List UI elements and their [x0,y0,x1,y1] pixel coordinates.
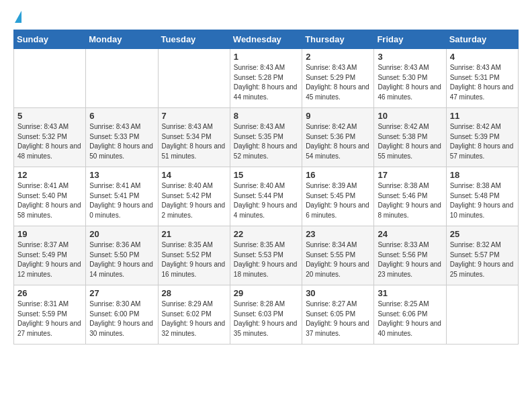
day-number: 31 [378,288,442,298]
col-header-sunday: Sunday [14,30,86,49]
day-info: Sunrise: 8:43 AMSunset: 5:33 PMDaylight:… [89,122,154,161]
calendar-cell: 12Sunrise: 8:41 AMSunset: 5:40 PMDayligh… [14,167,86,226]
calendar-cell: 5Sunrise: 8:43 AMSunset: 5:32 PMDaylight… [14,108,86,167]
day-number: 14 [162,170,226,180]
day-number: 23 [306,229,370,239]
day-number: 19 [17,229,82,239]
col-header-friday: Friday [374,30,446,49]
calendar-cell [446,285,518,345]
day-info: Sunrise: 8:42 AMSunset: 5:39 PMDaylight:… [450,122,515,161]
day-number: 20 [89,229,154,239]
calendar-header-row: SundayMondayTuesdayWednesdayThursdayFrid… [14,30,519,49]
calendar-cell: 8Sunrise: 8:43 AMSunset: 5:35 PMDaylight… [230,108,302,167]
col-header-thursday: Thursday [302,30,374,49]
calendar-cell [158,49,230,108]
calendar-cell: 29Sunrise: 8:28 AMSunset: 6:03 PMDayligh… [230,285,302,345]
calendar-table: SundayMondayTuesdayWednesdayThursdayFrid… [13,30,519,345]
day-info: Sunrise: 8:42 AMSunset: 5:36 PMDaylight:… [306,122,370,161]
logo [13,11,21,23]
day-info: Sunrise: 8:37 AMSunset: 5:49 PMDaylight:… [17,240,82,279]
calendar-cell: 21Sunrise: 8:35 AMSunset: 5:52 PMDayligh… [158,226,230,285]
day-info: Sunrise: 8:25 AMSunset: 6:06 PMDaylight:… [378,300,442,338]
day-info: Sunrise: 8:35 AMSunset: 5:52 PMDaylight:… [162,240,226,279]
day-number: 29 [234,288,298,298]
day-info: Sunrise: 8:40 AMSunset: 5:42 PMDaylight:… [162,181,226,220]
day-info: Sunrise: 8:35 AMSunset: 5:53 PMDaylight:… [234,240,298,279]
calendar-cell: 25Sunrise: 8:32 AMSunset: 5:57 PMDayligh… [446,226,518,285]
day-number: 17 [378,170,442,180]
day-info: Sunrise: 8:33 AMSunset: 5:56 PMDaylight:… [378,240,442,279]
day-info: Sunrise: 8:43 AMSunset: 5:28 PMDaylight:… [234,63,298,102]
calendar-cell: 4Sunrise: 8:43 AMSunset: 5:31 PMDaylight… [446,49,518,108]
calendar-cell: 1Sunrise: 8:43 AMSunset: 5:28 PMDaylight… [230,49,302,108]
calendar-cell: 3Sunrise: 8:43 AMSunset: 5:30 PMDaylight… [374,49,446,108]
day-info: Sunrise: 8:38 AMSunset: 5:46 PMDaylight:… [378,181,442,220]
header [13,11,519,23]
calendar-cell: 10Sunrise: 8:42 AMSunset: 5:38 PMDayligh… [374,108,446,167]
calendar-cell: 15Sunrise: 8:40 AMSunset: 5:44 PMDayligh… [230,167,302,226]
week-row-2: 5Sunrise: 8:43 AMSunset: 5:32 PMDaylight… [14,108,519,167]
day-info: Sunrise: 8:42 AMSunset: 5:38 PMDaylight:… [378,122,442,161]
day-info: Sunrise: 8:38 AMSunset: 5:48 PMDaylight:… [450,181,515,220]
day-number: 24 [378,229,442,239]
day-info: Sunrise: 8:41 AMSunset: 5:41 PMDaylight:… [89,181,154,220]
calendar-cell: 7Sunrise: 8:43 AMSunset: 5:34 PMDaylight… [158,108,230,167]
col-header-monday: Monday [86,30,158,49]
day-number: 30 [306,288,370,298]
day-info: Sunrise: 8:34 AMSunset: 5:55 PMDaylight:… [306,240,370,279]
calendar-cell: 31Sunrise: 8:25 AMSunset: 6:06 PMDayligh… [374,285,446,345]
calendar-cell: 9Sunrise: 8:42 AMSunset: 5:36 PMDaylight… [302,108,374,167]
calendar-cell: 19Sunrise: 8:37 AMSunset: 5:49 PMDayligh… [14,226,86,285]
week-row-4: 19Sunrise: 8:37 AMSunset: 5:49 PMDayligh… [14,226,519,285]
day-number: 22 [234,229,298,239]
calendar-cell: 30Sunrise: 8:27 AMSunset: 6:05 PMDayligh… [302,285,374,345]
day-info: Sunrise: 8:27 AMSunset: 6:05 PMDaylight:… [306,300,370,338]
calendar-cell: 17Sunrise: 8:38 AMSunset: 5:46 PMDayligh… [374,167,446,226]
day-number: 4 [450,52,515,62]
day-number: 8 [234,111,298,121]
calendar-cell: 14Sunrise: 8:40 AMSunset: 5:42 PMDayligh… [158,167,230,226]
week-row-3: 12Sunrise: 8:41 AMSunset: 5:40 PMDayligh… [14,167,519,226]
calendar-cell: 27Sunrise: 8:30 AMSunset: 6:00 PMDayligh… [86,285,158,345]
day-info: Sunrise: 8:39 AMSunset: 5:45 PMDaylight:… [306,181,370,220]
day-number: 2 [306,52,370,62]
day-number: 15 [234,170,298,180]
day-number: 11 [450,111,515,121]
calendar-cell: 2Sunrise: 8:43 AMSunset: 5:29 PMDaylight… [302,49,374,108]
col-header-wednesday: Wednesday [230,30,302,49]
day-number: 1 [234,52,298,62]
calendar-cell: 20Sunrise: 8:36 AMSunset: 5:50 PMDayligh… [86,226,158,285]
day-number: 26 [17,288,82,298]
week-row-1: 1Sunrise: 8:43 AMSunset: 5:28 PMDaylight… [14,49,519,108]
day-number: 5 [17,111,82,121]
day-info: Sunrise: 8:43 AMSunset: 5:32 PMDaylight:… [17,122,82,161]
day-info: Sunrise: 8:43 AMSunset: 5:34 PMDaylight:… [162,122,226,161]
col-header-saturday: Saturday [446,30,518,49]
day-number: 10 [378,111,442,121]
day-info: Sunrise: 8:43 AMSunset: 5:30 PMDaylight:… [378,63,442,102]
day-number: 21 [162,229,226,239]
day-number: 16 [306,170,370,180]
week-row-5: 26Sunrise: 8:31 AMSunset: 5:59 PMDayligh… [14,285,519,345]
day-number: 9 [306,111,370,121]
calendar-cell: 22Sunrise: 8:35 AMSunset: 5:53 PMDayligh… [230,226,302,285]
day-info: Sunrise: 8:28 AMSunset: 6:03 PMDaylight:… [234,300,298,338]
calendar-cell [14,49,86,108]
calendar-cell: 26Sunrise: 8:31 AMSunset: 5:59 PMDayligh… [14,285,86,345]
day-info: Sunrise: 8:43 AMSunset: 5:31 PMDaylight:… [450,63,515,102]
day-info: Sunrise: 8:31 AMSunset: 5:59 PMDaylight:… [17,300,82,338]
page: SundayMondayTuesdayWednesdayThursdayFrid… [0,0,532,355]
calendar-cell: 6Sunrise: 8:43 AMSunset: 5:33 PMDaylight… [86,108,158,167]
calendar-cell: 24Sunrise: 8:33 AMSunset: 5:56 PMDayligh… [374,226,446,285]
day-info: Sunrise: 8:36 AMSunset: 5:50 PMDaylight:… [89,240,154,279]
day-number: 6 [89,111,154,121]
col-header-tuesday: Tuesday [158,30,230,49]
day-number: 18 [450,170,515,180]
day-number: 25 [450,229,515,239]
day-number: 3 [378,52,442,62]
calendar-cell: 23Sunrise: 8:34 AMSunset: 5:55 PMDayligh… [302,226,374,285]
day-info: Sunrise: 8:40 AMSunset: 5:44 PMDaylight:… [234,181,298,220]
logo-icon [15,11,21,23]
calendar-cell: 28Sunrise: 8:29 AMSunset: 6:02 PMDayligh… [158,285,230,345]
day-number: 27 [89,288,154,298]
